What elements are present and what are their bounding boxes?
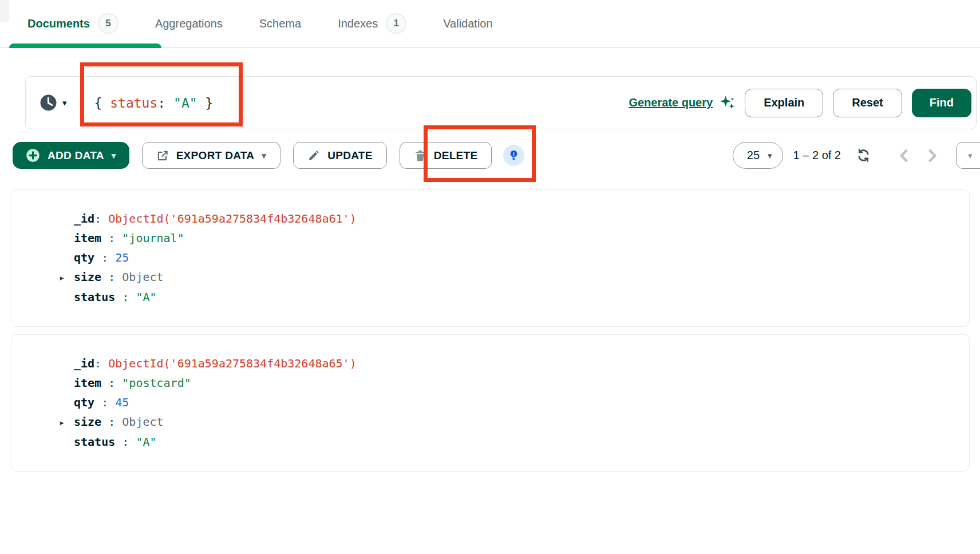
field-value-objectid: ObjectId('691a59a275834f4b32648a65') xyxy=(108,357,356,370)
export-data-label: EXPORT DATA xyxy=(176,149,255,162)
filter-key: status xyxy=(110,96,157,110)
chevron-down-icon: ▾ xyxy=(768,151,772,160)
field-key: size xyxy=(74,415,101,429)
chevron-down-icon: ▾ xyxy=(968,151,973,160)
field-row-qty: qty : 25 xyxy=(59,248,969,267)
update-button[interactable]: UPDATE xyxy=(293,142,387,169)
field-row-size: ▸size : Object xyxy=(59,267,969,287)
tab-validation[interactable]: Validation xyxy=(443,17,492,30)
field-row-item: item : "postcard" xyxy=(59,373,969,393)
chevron-down-icon: ▾ xyxy=(112,151,116,160)
field-row-item: item : "journal" xyxy=(59,228,969,248)
expand-triangle-icon[interactable]: ▸ xyxy=(59,417,65,428)
clock-icon xyxy=(39,94,57,112)
next-page-button[interactable] xyxy=(926,148,939,163)
chevron-right-icon xyxy=(926,148,939,163)
tab-indexes[interactable]: Indexes 1 xyxy=(338,13,406,34)
field-key: _id xyxy=(74,357,94,370)
previous-page-button[interactable] xyxy=(898,148,910,163)
delete-label: DELETE xyxy=(434,149,478,162)
find-button[interactable]: Find xyxy=(912,89,971,117)
add-data-label: ADD DATA xyxy=(48,149,104,162)
view-options-dropdown[interactable]: ▾ xyxy=(956,142,980,169)
lightbulb-icon xyxy=(508,149,520,161)
indexes-count-badge: 1 xyxy=(386,13,406,34)
field-value-string: "postcard" xyxy=(122,376,191,390)
pencil-icon xyxy=(307,149,320,162)
query-filter-input[interactable]: { status: "A" } xyxy=(94,96,214,110)
field-key: item xyxy=(74,231,101,245)
filter-open-brace: { xyxy=(94,96,110,110)
documents-toolbar: ADD DATA ▾ EXPORT DATA ▾ UPDATE xyxy=(0,142,980,169)
field-value-object: Object xyxy=(122,415,163,429)
plus-circle-icon xyxy=(26,148,40,163)
pagination-range-label: 1 – 2 of 2 xyxy=(793,149,841,162)
generate-query-link[interactable]: Generate query xyxy=(629,96,713,109)
field-value-string: "A" xyxy=(136,290,156,304)
delete-button[interactable]: DELETE xyxy=(400,142,492,169)
sparkle-icon xyxy=(718,94,736,112)
page-size-value: 25 xyxy=(747,149,760,162)
query-bar: ▾ { status: "A" } Generate query Explain… xyxy=(25,76,977,129)
tab-aggregations[interactable]: Aggregations xyxy=(155,17,223,30)
field-row-id: _id: ObjectId('691a59a275834f4b32648a61'… xyxy=(59,209,969,228)
insights-button[interactable] xyxy=(503,145,524,166)
chevron-down-icon: ▾ xyxy=(262,151,266,160)
field-value-number: 45 xyxy=(115,395,129,409)
export-icon xyxy=(156,149,169,162)
tab-aggregations-label: Aggregations xyxy=(155,17,223,30)
field-value-string: "A" xyxy=(136,435,156,449)
document-card-2: _id: ObjectId('691a59a275834f4b32648a65'… xyxy=(11,334,970,472)
tab-validation-label: Validation xyxy=(443,17,492,30)
field-key: status xyxy=(74,290,115,304)
active-tab-underline xyxy=(9,43,161,48)
field-key: _id xyxy=(74,212,94,225)
tab-documents[interactable]: Documents 5 xyxy=(27,13,118,34)
chevron-left-icon xyxy=(898,148,910,163)
field-row-id: _id: ObjectId('691a59a275834f4b32648a65'… xyxy=(59,354,969,373)
export-data-button[interactable]: EXPORT DATA ▾ xyxy=(142,142,281,169)
collection-tab-bar: Documents 5 Aggregations Schema Indexes … xyxy=(0,0,980,48)
field-value-object: Object xyxy=(122,270,163,284)
update-label: UPDATE xyxy=(327,149,373,162)
field-value-number: 25 xyxy=(115,251,129,264)
query-history-button[interactable]: ▾ xyxy=(39,94,67,112)
field-row-size: ▸size : Object xyxy=(59,412,969,432)
field-key: qty xyxy=(74,395,94,409)
field-row-status: status : "A" xyxy=(59,432,969,452)
field-value-objectid: ObjectId('691a59a275834f4b32648a61') xyxy=(108,212,356,225)
filter-colon: : xyxy=(157,96,173,110)
document-list: _id: ObjectId('691a59a275834f4b32648a61'… xyxy=(0,189,980,472)
tab-indexes-label: Indexes xyxy=(338,17,378,30)
refresh-documents-button[interactable] xyxy=(856,148,871,163)
tab-schema[interactable]: Schema xyxy=(259,17,301,30)
tab-documents-label: Documents xyxy=(27,17,90,30)
field-key: qty xyxy=(74,251,94,264)
page-size-select[interactable]: 25 ▾ xyxy=(733,142,783,169)
field-row-status: status : "A" xyxy=(59,287,969,307)
field-key: item xyxy=(74,376,101,390)
explain-button[interactable]: Explain xyxy=(745,89,823,117)
add-data-button[interactable]: ADD DATA ▾ xyxy=(13,142,129,169)
documents-count-badge: 5 xyxy=(98,13,118,34)
field-key: size xyxy=(74,270,101,284)
chevron-down-icon: ▾ xyxy=(62,98,67,107)
tab-schema-label: Schema xyxy=(259,17,301,30)
field-value-string: "journal" xyxy=(122,231,184,245)
trash-icon xyxy=(414,149,426,162)
field-key: status xyxy=(74,435,115,449)
filter-close-brace: } xyxy=(197,96,214,110)
expand-triangle-icon[interactable]: ▸ xyxy=(59,272,65,283)
reset-button[interactable]: Reset xyxy=(833,89,902,117)
refresh-icon xyxy=(856,148,871,163)
field-row-qty: qty : 45 xyxy=(59,393,969,412)
document-card-1: _id: ObjectId('691a59a275834f4b32648a61'… xyxy=(11,189,970,327)
filter-value: "A" xyxy=(173,96,197,110)
